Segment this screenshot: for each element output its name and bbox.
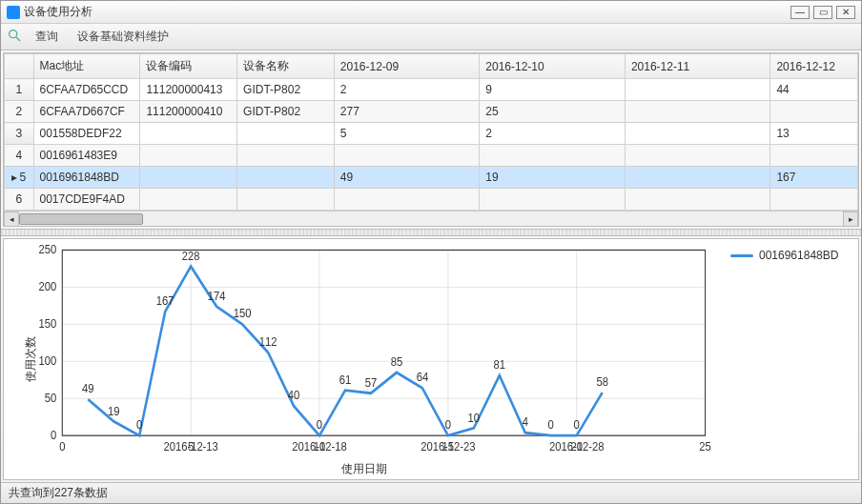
- row-number: 6: [5, 189, 34, 211]
- svg-text:150: 150: [234, 307, 252, 321]
- svg-text:2016-12-23: 2016-12-23: [421, 440, 476, 454]
- cell[interactable]: 111200000410: [140, 101, 237, 123]
- cell[interactable]: 2: [334, 79, 480, 101]
- col-d1[interactable]: 2016-12-09: [334, 54, 480, 79]
- cell[interactable]: 2: [480, 123, 626, 145]
- svg-text:167: 167: [156, 294, 174, 309]
- svg-text:40: 40: [288, 389, 300, 403]
- scroll-thumb[interactable]: [19, 213, 143, 225]
- col-d3[interactable]: 2016-12-11: [625, 54, 770, 79]
- toolbar: 查询 设备基础资料维护: [1, 24, 861, 50]
- svg-text:228: 228: [182, 249, 200, 263]
- cell[interactable]: [625, 101, 770, 123]
- close-button[interactable]: ✕: [836, 6, 855, 19]
- grid-header: Mac地址 设备编码 设备名称 2016-12-09 2016-12-10 20…: [5, 54, 858, 79]
- svg-text:0: 0: [136, 418, 143, 433]
- col-mac[interactable]: Mac地址: [33, 54, 140, 79]
- svg-text:250: 250: [38, 242, 56, 256]
- cell[interactable]: [237, 189, 335, 211]
- cell[interactable]: [625, 79, 770, 101]
- statusbar: 共查询到227条数据: [1, 482, 861, 503]
- svg-text:100: 100: [38, 353, 56, 368]
- cell[interactable]: 49: [334, 167, 480, 189]
- chart-panel: 使用次数 05010015020025005101520252016-12-13…: [3, 238, 859, 480]
- cell[interactable]: [770, 145, 858, 167]
- scroll-left-arrow[interactable]: ◂: [4, 212, 19, 227]
- cell[interactable]: 0017CDE9F4AD: [33, 189, 140, 211]
- svg-text:4: 4: [523, 415, 529, 430]
- table-row[interactable]: 16CFAA7D65CCD111200000413GIDT-P8022944: [5, 79, 858, 101]
- svg-text:0: 0: [317, 418, 323, 433]
- app-icon: [7, 6, 20, 19]
- svg-text:2016-12-18: 2016-12-18: [292, 440, 347, 454]
- cell[interactable]: 111200000413: [140, 79, 237, 101]
- cell[interactable]: [140, 167, 237, 189]
- cell[interactable]: 167: [770, 167, 858, 189]
- cell[interactable]: GIDT-P802: [237, 79, 335, 101]
- svg-text:150: 150: [38, 316, 56, 331]
- table-row[interactable]: 26CFAA7D667CF111200000410GIDT-P80227725: [5, 101, 858, 123]
- cell[interactable]: [625, 167, 770, 189]
- scroll-right-arrow[interactable]: ▸: [843, 212, 858, 227]
- minimize-button[interactable]: —: [790, 6, 810, 19]
- cell[interactable]: 9: [480, 79, 626, 101]
- cell[interactable]: [625, 189, 770, 211]
- maintain-button[interactable]: 设备基础资料维护: [72, 27, 174, 47]
- cell[interactable]: 44: [770, 79, 858, 101]
- horizontal-scrollbar[interactable]: ◂ ▸: [4, 211, 858, 226]
- cell[interactable]: [625, 123, 770, 145]
- svg-text:58: 58: [596, 375, 608, 390]
- cell[interactable]: [140, 189, 237, 211]
- svg-text:0: 0: [59, 440, 66, 454]
- status-text: 共查询到227条数据: [9, 485, 108, 501]
- cell[interactable]: [140, 123, 237, 145]
- cell[interactable]: 13: [770, 123, 858, 145]
- cell[interactable]: [770, 101, 858, 123]
- query-button[interactable]: 查询: [30, 27, 64, 47]
- cell[interactable]: [237, 123, 335, 145]
- splitter[interactable]: [1, 229, 861, 236]
- cell[interactable]: 001558DEDF22: [33, 123, 140, 145]
- cell[interactable]: 25: [480, 101, 626, 123]
- cell[interactable]: 19: [480, 167, 626, 189]
- cell[interactable]: [334, 145, 480, 167]
- table-row[interactable]: 3001558DEDF225213: [5, 123, 858, 145]
- col-name[interactable]: 设备名称: [237, 54, 335, 79]
- cell[interactable]: [237, 167, 335, 189]
- cell[interactable]: [770, 189, 858, 211]
- row-number: 4: [5, 145, 34, 167]
- cell[interactable]: 0016961483E9: [33, 145, 140, 167]
- cell[interactable]: 6CFAA7D65CCD: [33, 79, 140, 101]
- col-d4[interactable]: 2016-12-12: [770, 54, 858, 79]
- col-code[interactable]: 设备编码: [140, 54, 237, 79]
- table-row[interactable]: 60017CDE9F4AD: [5, 189, 858, 211]
- cell[interactable]: [480, 145, 626, 167]
- corner-cell: [5, 54, 34, 79]
- cell[interactable]: 277: [334, 101, 480, 123]
- svg-text:57: 57: [365, 375, 378, 390]
- svg-text:64: 64: [417, 371, 429, 385]
- svg-text:0: 0: [574, 418, 581, 433]
- col-d2[interactable]: 2016-12-10: [480, 54, 626, 79]
- cell[interactable]: [334, 189, 480, 211]
- cell[interactable]: 0016961848BD: [33, 167, 140, 189]
- cell[interactable]: GIDT-P802: [237, 101, 335, 123]
- cell[interactable]: [625, 145, 770, 167]
- svg-line-1: [16, 37, 20, 41]
- x-axis-label: 使用日期: [341, 461, 387, 477]
- cell[interactable]: 5: [334, 123, 480, 145]
- cell[interactable]: [237, 145, 335, 167]
- cell[interactable]: 6CFAA7D667CF: [33, 101, 140, 123]
- svg-text:2016-12-13: 2016-12-13: [163, 440, 218, 454]
- data-grid[interactable]: Mac地址 设备编码 设备名称 2016-12-09 2016-12-10 20…: [3, 52, 859, 227]
- row-number: 5: [5, 167, 34, 189]
- table-row[interactable]: 50016961848BD4919167: [5, 167, 858, 189]
- cell[interactable]: [140, 145, 237, 167]
- legend-swatch: [730, 254, 753, 257]
- maximize-button[interactable]: ▭: [813, 6, 832, 19]
- legend-label: 0016961848BD: [759, 249, 838, 262]
- table-row[interactable]: 40016961483E9: [5, 145, 858, 167]
- legend-item: 0016961848BD: [730, 249, 852, 262]
- cell[interactable]: [480, 189, 626, 211]
- row-number: 2: [5, 101, 34, 123]
